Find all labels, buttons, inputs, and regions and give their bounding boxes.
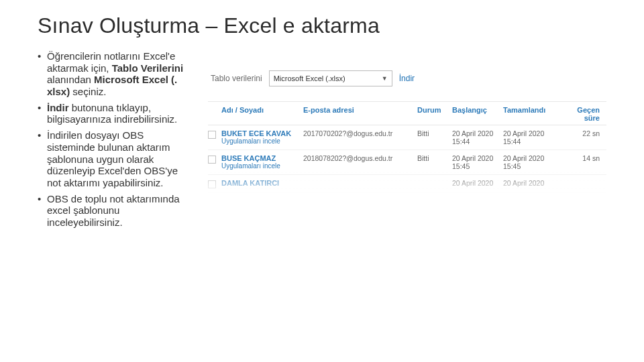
bullet-3: İndirilen dosyayı OBS sisteminde bulunan…	[38, 129, 191, 188]
status-cell: Bitti	[417, 154, 451, 162]
start-cell: 20 April 202015:45	[452, 154, 502, 170]
screenshot-panel: Tablo verilerini Microsoft Excel (.xlsx)…	[208, 70, 606, 233]
review-link[interactable]: Uygulamaları incele	[221, 137, 302, 145]
elapsed-cell: 22 sn	[562, 129, 600, 137]
table-row: BUSE KAÇMAZ Uygulamaları incele 20180782…	[208, 150, 606, 175]
col-name[interactable]: Adı / Soyadı	[221, 106, 302, 114]
row-checkbox[interactable]	[208, 156, 216, 164]
done-cell: 20 April 2020	[503, 179, 561, 187]
student-email: 2017070202?@dogus.edu.tr	[303, 129, 416, 137]
results-table: Adı / Soyadı E-posta adresi Durum Başlan…	[208, 101, 606, 193]
col-status[interactable]: Durum	[417, 106, 451, 114]
done-cell: 20 April 202015:44	[503, 129, 561, 145]
student-email: 2018078202?@dogus.edu.tr	[303, 154, 416, 162]
elapsed-cell: 14 sn	[562, 154, 600, 162]
row-checkbox[interactable]	[208, 131, 216, 139]
page-title: Sınav Oluşturma – Excel e aktarma	[38, 13, 606, 38]
download-link[interactable]: İndir	[399, 74, 415, 83]
student-name: BUSE KAÇMAZ	[221, 154, 302, 162]
export-label: Tablo verilerini	[211, 74, 262, 83]
status-cell: Bitti	[417, 129, 451, 137]
bullet-2: İndir butonuna tıklayıp, bilgisayarınıza…	[38, 102, 191, 125]
table-row: DAMLA KATIRCI 20 April 2020 20 April 202…	[208, 175, 606, 193]
col-start[interactable]: Başlangıç	[452, 106, 502, 114]
col-email[interactable]: E-posta adresi	[303, 106, 416, 114]
bullet-4: OBS de toplu not aktarımında excel şablo…	[38, 193, 191, 229]
student-name: DAMLA KATIRCI	[221, 179, 302, 187]
export-format-select[interactable]: Microsoft Excel (.xlsx) ▼	[269, 70, 392, 86]
review-link[interactable]: Uygulamaları incele	[221, 162, 302, 170]
done-cell: 20 April 202015:45	[503, 154, 561, 170]
col-elapsed[interactable]: Geçen süre	[562, 106, 600, 122]
chevron-down-icon: ▼	[382, 75, 388, 82]
row-checkbox[interactable]	[208, 180, 216, 188]
bullet-list: Öğrencilerin notlarını Excel'e aktarmak …	[38, 50, 191, 233]
student-name: BUKET ECE KAVAK	[221, 129, 302, 137]
start-cell: 20 April 2020	[452, 179, 502, 187]
col-done[interactable]: Tamamlandı	[503, 106, 561, 114]
start-cell: 20 April 202015:44	[452, 129, 502, 145]
bullet-1: Öğrencilerin notlarını Excel'e aktarmak …	[38, 50, 191, 98]
export-format-value: Microsoft Excel (.xlsx)	[274, 74, 345, 82]
table-row: BUKET ECE KAVAK Uygulamaları incele 2017…	[208, 125, 606, 150]
